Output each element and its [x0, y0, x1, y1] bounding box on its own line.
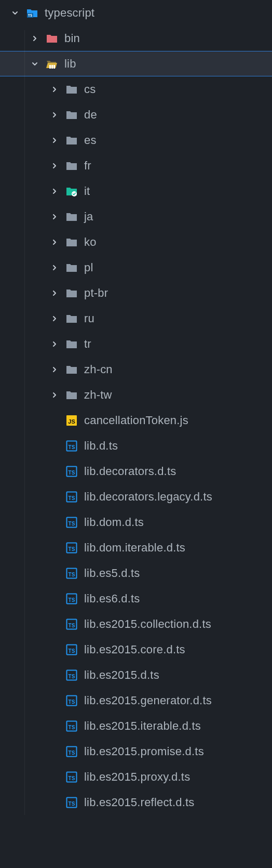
folder-icon — [65, 83, 78, 96]
svg-text:TS: TS — [69, 444, 75, 450]
typescript-file-icon: TS — [65, 643, 78, 656]
tree-row[interactable]: cs — [0, 76, 272, 102]
tree-item-label: pl — [84, 261, 93, 274]
typescript-file-icon: TS — [65, 465, 78, 478]
tree-row[interactable]: TSlib.d.ts — [0, 433, 272, 458]
tree-row[interactable]: fr — [0, 153, 272, 178]
tree-item-label: lib.es2015.generator.d.ts — [84, 694, 212, 707]
tree-row[interactable]: TSlib.es2015.promise.d.ts — [0, 739, 272, 764]
svg-rect-4 — [53, 65, 55, 69]
svg-text:TS: TS — [28, 14, 32, 18]
tree-row[interactable]: ja — [0, 204, 272, 229]
tree-row[interactable]: ko — [0, 229, 272, 255]
chevron-right-icon[interactable] — [50, 365, 59, 374]
tree-item-label: ja — [84, 210, 93, 223]
tree-item-label: typescript — [45, 6, 94, 20]
tree-row[interactable]: TSlib.es5.d.ts — [0, 560, 272, 586]
tree-row[interactable]: es — [0, 127, 272, 153]
chevron-down-icon[interactable] — [30, 59, 39, 69]
tree-item-label: es — [84, 134, 97, 147]
tree-row[interactable]: TSlib.es2015.generator.d.ts — [0, 688, 272, 713]
typescript-file-icon: TS — [65, 516, 78, 529]
tree-item-label: ko — [84, 235, 97, 249]
typescript-file-icon: TS — [65, 694, 78, 707]
folder-icon — [65, 338, 78, 350]
tree-item-label: lib — [64, 57, 76, 71]
chevron-right-icon[interactable] — [50, 390, 59, 400]
svg-text:TS: TS — [69, 750, 75, 756]
tree-row[interactable]: pt-br — [0, 280, 272, 306]
indent-guide — [24, 30, 25, 815]
chevron-right-icon[interactable] — [50, 161, 59, 170]
chevron-right-icon[interactable] — [50, 85, 59, 94]
chevron-right-icon[interactable] — [50, 288, 59, 298]
chevron-right-icon[interactable] — [50, 110, 59, 120]
typescript-file-icon: TS — [65, 593, 78, 605]
svg-text:TS: TS — [69, 495, 75, 501]
chevron-right-icon[interactable] — [30, 34, 39, 43]
tree-row[interactable]: TSlib.decorators.legacy.d.ts — [0, 484, 272, 509]
chevron-right-icon[interactable] — [50, 136, 59, 145]
tree-item-label: lib.es2015.collection.d.ts — [84, 617, 211, 631]
chevron-right-icon[interactable] — [50, 212, 59, 221]
tree-row[interactable]: TSlib.es2015.reflect.d.ts — [0, 790, 272, 815]
tree-row[interactable]: de — [0, 102, 272, 127]
tree-item-label: cs — [84, 83, 96, 96]
svg-text:TS: TS — [69, 725, 75, 730]
typescript-file-icon: TS — [65, 720, 78, 732]
folder-icon — [65, 261, 78, 274]
tree-row[interactable]: TStypescript — [0, 0, 272, 25]
tree-item-label: lib.es5.d.ts — [84, 567, 140, 580]
folder-icon — [65, 160, 78, 172]
typescript-file-icon: TS — [65, 491, 78, 503]
tree-row[interactable]: TSlib.es2015.collection.d.ts — [0, 611, 272, 637]
folder-icon — [65, 236, 78, 248]
tree-row[interactable]: ru — [0, 306, 272, 331]
tree-row[interactable]: zh-cn — [0, 357, 272, 382]
svg-text:TS: TS — [69, 801, 75, 807]
tree-row[interactable]: lib — [0, 51, 272, 76]
tree-row[interactable]: TSlib.dom.iterable.d.ts — [0, 535, 272, 560]
tree-row[interactable]: TSlib.decorators.d.ts — [0, 458, 272, 484]
tree-item-label: zh-tw — [84, 388, 112, 402]
chevron-down-icon[interactable] — [10, 8, 20, 18]
typescript-file-icon: TS — [65, 440, 78, 452]
tree-row[interactable]: TSlib.es2015.proxy.d.ts — [0, 764, 272, 790]
typescript-file-icon: TS — [65, 796, 78, 809]
tree-row[interactable]: it — [0, 178, 272, 204]
file-tree[interactable]: TStypescriptbinlibcsdeesfritjakoplpt-brr… — [0, 0, 272, 815]
folder-icon — [65, 312, 78, 325]
tree-row[interactable]: TSlib.es6.d.ts — [0, 586, 272, 611]
tree-item-label: lib.es2015.iterable.d.ts — [84, 719, 201, 733]
folder-icon — [65, 363, 78, 376]
tree-row[interactable]: bin — [0, 25, 272, 51]
chevron-right-icon[interactable] — [50, 187, 59, 196]
tree-item-label: fr — [84, 159, 91, 173]
tree-row[interactable]: JScancellationToken.js — [0, 407, 272, 433]
tree-row[interactable]: tr — [0, 331, 272, 357]
typescript-file-icon: TS — [65, 618, 78, 630]
chevron-right-icon[interactable] — [50, 263, 59, 272]
folder-icon — [65, 109, 78, 121]
typescript-file-icon: TS — [65, 542, 78, 554]
tree-row[interactable]: zh-tw — [0, 382, 272, 407]
chevron-right-icon[interactable] — [50, 314, 59, 323]
svg-text:TS: TS — [69, 546, 75, 552]
svg-text:TS: TS — [69, 597, 75, 603]
folder-typescript-icon: TS — [26, 7, 38, 19]
tree-row[interactable]: TSlib.es2015.iterable.d.ts — [0, 713, 272, 739]
file-explorer[interactable]: TStypescriptbinlibcsdeesfritjakoplpt-brr… — [0, 0, 272, 815]
folder-icon — [65, 211, 78, 223]
chevron-right-icon[interactable] — [50, 339, 59, 349]
svg-text:TS: TS — [69, 470, 75, 476]
folder-icon — [65, 134, 78, 147]
tree-row[interactable]: TSlib.es2015.core.d.ts — [0, 637, 272, 662]
tree-row[interactable]: TSlib.es2015.d.ts — [0, 662, 272, 688]
tree-row[interactable]: TSlib.dom.d.ts — [0, 509, 272, 535]
tree-item-label: lib.es2015.reflect.d.ts — [84, 796, 195, 809]
chevron-right-icon[interactable] — [50, 238, 59, 247]
tree-row[interactable]: pl — [0, 255, 272, 280]
tree-item-label: lib.es2015.d.ts — [84, 668, 159, 682]
tree-item-label: lib.d.ts — [84, 439, 118, 453]
tree-item-label: bin — [64, 32, 80, 45]
